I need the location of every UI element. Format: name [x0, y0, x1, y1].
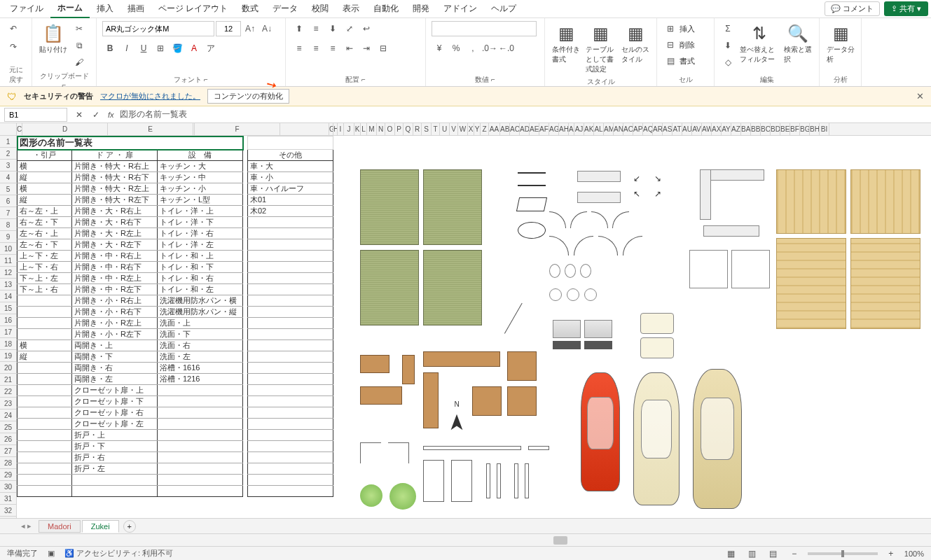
row-header[interactable]: 13	[0, 279, 16, 290]
row-header[interactable]: 23	[0, 398, 16, 410]
stair-shape[interactable]	[360, 386, 402, 405]
table-cell[interactable]: 洗面・下	[158, 329, 243, 340]
tab-draw[interactable]: 描画	[120, 0, 151, 18]
column-header[interactable]: BG	[800, 123, 810, 135]
macro-rec-icon[interactable]: ▣	[48, 549, 55, 558]
fold-door-shape[interactable]	[451, 460, 472, 502]
decrease-font-button[interactable]: A↓	[259, 21, 275, 36]
column-header[interactable]: R	[413, 123, 422, 135]
tatami-shape[interactable]	[360, 169, 419, 245]
car-shape[interactable]	[633, 372, 680, 505]
table-cell[interactable]	[248, 452, 333, 463]
tab-file[interactable]: ファイル	[3, 0, 50, 18]
arrow-shape[interactable]: ↘	[654, 174, 661, 183]
table-cell[interactable]	[18, 318, 72, 329]
table-cell[interactable]	[18, 452, 72, 463]
table-cell[interactable]: 片開き・大・R左下	[72, 239, 158, 251]
arrow-line-shape[interactable]	[504, 303, 552, 351]
format-painter-button[interactable]: 🖌	[71, 55, 87, 70]
door-arc-shape[interactable]	[570, 211, 587, 228]
table-cell[interactable]: クローゼット扉・上	[72, 385, 158, 396]
stair-shape[interactable]	[360, 355, 389, 373]
share-button[interactable]: ⇪ 共有 ▾	[884, 1, 928, 16]
add-sheet-button[interactable]: +	[123, 520, 136, 533]
cells-grid[interactable]: 図形の名前一覧表・引戸ド ア ・ 扉設 備その他横片開き・特大・R右上キッチン・…	[17, 136, 931, 529]
table-cell[interactable]	[158, 407, 243, 419]
door-arc-shape[interactable]	[623, 236, 642, 255]
table-cell[interactable]: キッチン・中	[158, 172, 243, 183]
tab-developer[interactable]: 開発	[406, 0, 436, 18]
table-cell[interactable]: トイレ・洋・下	[158, 217, 243, 228]
cond-format-button[interactable]: ▦条件付き書式	[551, 21, 581, 66]
door-arc-shape[interactable]	[612, 211, 629, 228]
column-header[interactable]: AG	[549, 123, 559, 135]
door-arc-shape[interactable]	[591, 211, 608, 228]
enable-content-button[interactable]: コンテンツの有効化	[207, 89, 289, 104]
arrow-shape[interactable]: ↗	[654, 189, 661, 199]
tab-home[interactable]: ホーム	[50, 0, 90, 18]
worksheet-area[interactable]: CDEFGHIJKLMNOPQRSTUVWXYZAAABACADAEAFAGAH…	[0, 123, 931, 529]
scrollbar-thumb[interactable]	[553, 536, 567, 545]
basin-shape[interactable]	[549, 288, 562, 301]
column-header[interactable]: E	[108, 123, 193, 135]
fold-door-shape[interactable]	[423, 460, 444, 502]
column-header[interactable]: AV	[692, 123, 702, 135]
kitchen-l-shape[interactable]	[700, 169, 711, 220]
wood-floor-shape[interactable]	[850, 169, 920, 234]
table-cell[interactable]	[158, 475, 243, 486]
table-cell[interactable]: 片開き・小・R右下	[72, 307, 158, 318]
table-cell[interactable]: キッチン・大	[158, 161, 243, 172]
toilet-shape[interactable]	[565, 264, 576, 278]
row-header[interactable]: 9	[0, 231, 16, 243]
stair-shape[interactable]	[507, 351, 537, 381]
column-header[interactable]: AP	[633, 123, 643, 135]
column-header[interactable]: AK	[584, 123, 594, 135]
merge-button[interactable]: ⊟	[375, 41, 391, 56]
window-shape[interactable]	[518, 222, 546, 239]
view-normal-button[interactable]: ▦	[724, 546, 739, 561]
column-header[interactable]: V	[450, 123, 458, 135]
row-header[interactable]: 27	[0, 445, 16, 457]
column-header[interactable]: W	[458, 123, 468, 135]
compass-shape[interactable]: N	[447, 400, 467, 428]
kitchen-shape[interactable]	[703, 225, 759, 237]
row-header[interactable]: 29	[0, 469, 16, 481]
table-cell[interactable]: 洗面・右	[158, 340, 243, 351]
column-header[interactable]: Q	[404, 123, 413, 135]
table-cell[interactable]: 縦	[18, 172, 72, 183]
washer-pan-shape[interactable]	[553, 320, 581, 338]
row-header[interactable]: 16	[0, 314, 16, 326]
select-all-corner[interactable]	[0, 123, 17, 136]
table-cell[interactable]: トイレ・和・上	[158, 251, 243, 262]
table-cell[interactable]: 片開き・小・R左上	[72, 318, 158, 329]
align-middle-button[interactable]: ≡	[308, 21, 324, 36]
column-header[interactable]: AY	[722, 123, 731, 135]
percent-button[interactable]: %	[448, 41, 464, 56]
row-header[interactable]: 20	[0, 362, 16, 374]
fold-door-shape[interactable]	[486, 463, 490, 498]
kitchen-shape[interactable]	[577, 171, 621, 182]
table-cell[interactable]: 片開き・特大・R右下	[72, 172, 158, 183]
row-header[interactable]: 12	[0, 267, 16, 279]
table-cell[interactable]: 片開き・特大・R左上	[72, 183, 158, 195]
column-header[interactable]	[280, 123, 329, 135]
row-header[interactable]: 32	[0, 505, 16, 517]
zoom-in-button[interactable]: +	[883, 546, 899, 561]
fold-door-shape[interactable]	[514, 463, 518, 498]
table-cell[interactable]	[248, 307, 333, 318]
stair-shape[interactable]	[402, 355, 415, 384]
door-arc-shape[interactable]	[574, 236, 593, 255]
table-cell[interactable]	[248, 419, 333, 430]
tatami-shape[interactable]	[360, 250, 419, 326]
table-cell[interactable]	[158, 441, 243, 452]
table-cell[interactable]	[248, 239, 333, 251]
table-cell[interactable]: 片開き・小・R右上	[72, 295, 158, 307]
font-color-button[interactable]: A	[186, 41, 202, 56]
bath-shape[interactable]	[640, 337, 674, 358]
tatami-shape[interactable]	[423, 250, 482, 326]
table-cell[interactable]: 洗濯機用防水パン・横	[158, 295, 243, 307]
column-header[interactable]: BC	[761, 123, 771, 135]
row-header[interactable]: 3	[0, 160, 16, 172]
table-cell[interactable]: 洗濯機用防水パン・縦	[158, 307, 243, 318]
table-cell[interactable]: 右～左・上	[18, 206, 72, 217]
